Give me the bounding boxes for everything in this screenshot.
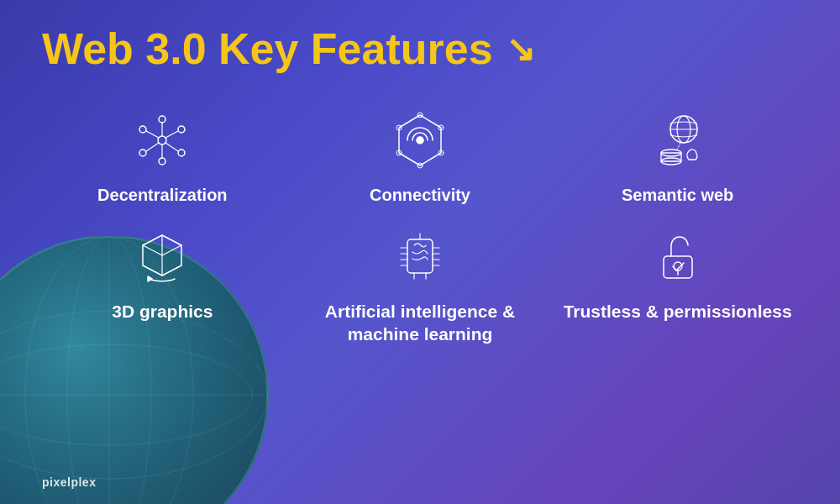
connectivity-label: Connectivity bbox=[370, 184, 470, 206]
ai-ml-label: Artificial intelligence & machine learni… bbox=[300, 300, 541, 346]
features-grid: Decentralization bbox=[42, 107, 798, 346]
feature-semantic-web: Semantic web bbox=[557, 107, 798, 206]
svg-rect-32 bbox=[661, 153, 681, 161]
svg-point-13 bbox=[139, 126, 146, 133]
feature-decentralization: Decentralization bbox=[42, 107, 283, 206]
svg-line-16 bbox=[165, 143, 178, 151]
svg-line-15 bbox=[165, 131, 178, 138]
trustless-label: Trustless & permissionless bbox=[564, 300, 792, 323]
svg-line-36 bbox=[162, 245, 181, 255]
page-background: Web 3.0 Key Features ↘ bbox=[0, 0, 840, 504]
semantic-web-icon bbox=[644, 107, 711, 174]
feature-trustless: Trustless & permissionless bbox=[557, 223, 798, 346]
svg-point-11 bbox=[159, 158, 165, 165]
svg-point-9 bbox=[178, 126, 185, 133]
trustless-icon bbox=[644, 223, 711, 290]
svg-point-21 bbox=[417, 137, 423, 144]
decentralization-label: Decentralization bbox=[97, 184, 227, 206]
svg-point-10 bbox=[178, 150, 185, 156]
title-row: Web 3.0 Key Features ↘ bbox=[42, 25, 798, 73]
svg-line-34 bbox=[677, 143, 680, 150]
svg-point-8 bbox=[159, 116, 165, 123]
feature-ai-ml: Artificial intelligence & machine learni… bbox=[300, 223, 541, 346]
svg-point-7 bbox=[158, 136, 166, 144]
ai-icon bbox=[386, 223, 454, 290]
semantic-web-label: Semantic web bbox=[622, 184, 733, 206]
branding: pixelplex bbox=[42, 475, 96, 489]
svg-point-12 bbox=[139, 150, 146, 156]
connectivity-icon bbox=[386, 107, 454, 174]
svg-marker-38 bbox=[148, 276, 152, 281]
decentralization-icon bbox=[129, 107, 196, 174]
svg-line-19 bbox=[146, 131, 159, 138]
3d-graphics-label: 3D graphics bbox=[112, 300, 213, 323]
feature-connectivity: Connectivity bbox=[300, 107, 541, 206]
arrow-icon: ↘ bbox=[506, 29, 535, 70]
3d-graphics-icon bbox=[129, 223, 196, 290]
feature-3d-graphics: 3D graphics bbox=[42, 223, 283, 346]
svg-line-18 bbox=[146, 143, 159, 151]
branding-text: pixelplex bbox=[42, 475, 96, 489]
page-title: Web 3.0 Key Features bbox=[42, 25, 493, 73]
